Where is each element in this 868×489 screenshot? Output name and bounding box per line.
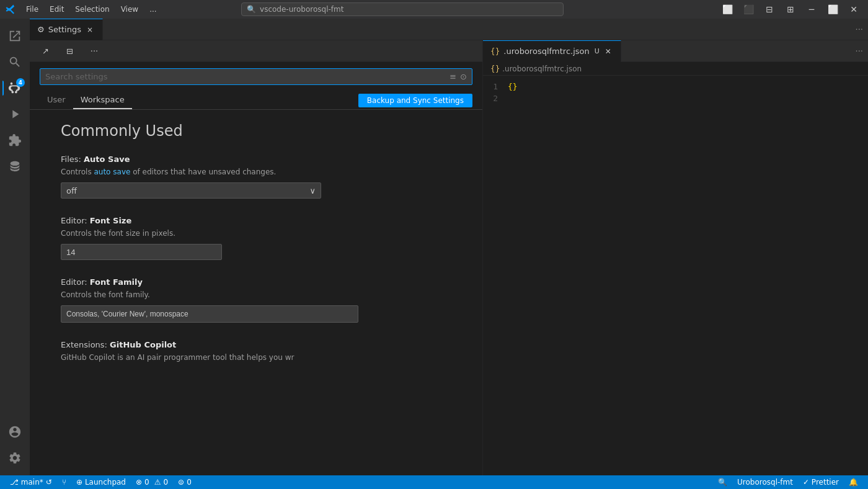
title-bar: File Edit Selection View ... 🔍 vscode-ur… <box>0 0 868 19</box>
breadcrumb-filename: .uroborosqlfmtrc.json <box>502 65 582 73</box>
setting-fontfamily: Editor: Font Family Controls the font fa… <box>61 277 470 323</box>
editor-file-tab-bar: {} .uroborosqlfmtrc.json U ✕ ··· <box>483 40 868 62</box>
activity-account[interactable] <box>2 419 27 444</box>
scope-tabs: User Workspace Backup and Sync Settings <box>30 91 482 110</box>
autosave-link[interactable]: auto save <box>94 168 130 176</box>
warning-icon: ⚠ <box>154 478 161 487</box>
main-container: 4 ⚙ Settings × ··· <box>0 19 868 475</box>
status-bell[interactable]: 🔔 <box>844 475 863 489</box>
json-tab-close[interactable]: ✕ <box>603 47 613 56</box>
activity-explorer[interactable] <box>2 24 27 48</box>
branch-name: main* <box>21 478 43 487</box>
fontsize-input[interactable] <box>61 244 222 260</box>
settings-tab-more[interactable]: ··· <box>84 40 104 62</box>
settings-tab-close[interactable]: × <box>85 25 95 35</box>
launchpad-label: Launchpad <box>85 478 126 487</box>
breadcrumb-icon: {} <box>490 65 500 73</box>
editor-area: ⚙ Settings × ··· ↗ ⊟ ··· <box>30 19 868 475</box>
fontfamily-description: Controls the font family. <box>61 289 470 300</box>
split-editor-icon: ⊟ <box>66 47 73 56</box>
panel-toggle-btn[interactable]: ⬛ <box>739 2 758 16</box>
editor-lines: 1 {} 2 <box>483 81 868 104</box>
error-count: 0 <box>144 478 149 487</box>
activity-bar: 4 <box>0 19 30 475</box>
vscode-logo <box>5 4 16 15</box>
setting-autosave: Files: Auto Save Controls auto save of e… <box>61 155 470 199</box>
line-number-2: 2 <box>483 94 508 103</box>
bell-icon: 🔔 <box>849 478 858 487</box>
sidebar-toggle-btn[interactable]: ⬜ <box>718 2 737 16</box>
menu-edit[interactable]: Edit <box>45 4 69 15</box>
activity-run[interactable] <box>2 102 27 127</box>
editor-tab-more[interactable]: ··· <box>851 47 868 56</box>
editor-content[interactable]: 1 {} 2 <box>483 76 868 475</box>
menu-selection[interactable]: Selection <box>70 4 114 15</box>
line-number-1: 1 <box>483 82 508 91</box>
status-ports[interactable]: ⊜ 0 <box>173 475 197 489</box>
status-launchpad[interactable]: ⊕ Launchpad <box>71 475 131 489</box>
status-formatter[interactable]: ✓ Prettier <box>798 475 844 489</box>
editor-scrollbar[interactable] <box>863 76 868 475</box>
json-file-tab[interactable]: {} .uroborosqlfmtrc.json U ✕ <box>483 40 621 62</box>
tab-more-btn[interactable]: ··· <box>851 25 868 34</box>
menu-more[interactable]: ... <box>144 4 161 15</box>
source-control-badge: 4 <box>16 78 25 87</box>
backup-sync-button[interactable]: Backup and Sync Settings <box>358 94 472 107</box>
activity-source-control[interactable]: 4 <box>2 76 27 101</box>
search-settings-input[interactable] <box>45 69 446 84</box>
copilot-label: Extensions: GitHub Copilot <box>61 340 470 349</box>
line-content-1: {} <box>508 82 518 91</box>
settings-tab-open-settings[interactable]: ↗ <box>36 40 55 62</box>
split-container: ↗ ⊟ ··· ≡ ⊙ <box>30 40 868 475</box>
activity-extensions[interactable] <box>2 128 27 153</box>
zoom-icon: 🔍 <box>718 478 727 487</box>
fork-icon: ⑂ <box>62 478 66 487</box>
menu-file[interactable]: File <box>21 4 43 15</box>
scope-tab-workspace[interactable]: Workspace <box>73 91 132 109</box>
autosave-select[interactable]: off ∨ <box>61 182 321 199</box>
search-input-wrapper[interactable]: ≡ ⊙ <box>40 68 472 85</box>
ports-count: 0 <box>187 478 192 487</box>
title-search-bar[interactable]: 🔍 vscode-uroborosql-fmt <box>241 2 564 16</box>
fontsize-label: Editor: Font Size <box>61 216 470 225</box>
search-filter-icon[interactable]: ≡ <box>450 72 456 81</box>
setting-copilot: Extensions: GitHub Copilot GitHub Copilo… <box>61 340 470 363</box>
fontsize-description: Controls the font size in pixels. <box>61 228 470 239</box>
menu-bar: File Edit Selection View ... <box>21 4 162 15</box>
ports-icon: ⊜ <box>178 478 184 487</box>
fontfamily-input[interactable] <box>61 305 358 323</box>
search-settings-icon[interactable]: ⊙ <box>460 72 467 81</box>
error-icon: ⊗ <box>136 478 142 487</box>
sync-icon: ↺ <box>46 478 52 487</box>
warning-count: 0 <box>163 478 168 487</box>
status-errors[interactable]: ⊗ 0 ⚠ 0 <box>131 475 173 489</box>
window-controls: ⬜ ⬛ ⊟ ⊞ ─ ⬜ ✕ <box>718 2 863 16</box>
autosave-description: Controls auto save of editors that have … <box>61 166 470 177</box>
status-branch[interactable]: ⎇ main* ↺ <box>5 475 57 489</box>
restore-btn[interactable]: ⬜ <box>823 2 842 16</box>
settings-tab[interactable]: ⚙ Settings × <box>30 19 103 40</box>
layout-btn[interactable]: ⊟ <box>760 2 779 16</box>
close-btn[interactable]: ✕ <box>844 2 863 16</box>
scope-tab-user[interactable]: User <box>40 91 73 109</box>
menu-view[interactable]: View <box>116 4 143 15</box>
settings-tab-label: Settings <box>48 25 81 34</box>
copilot-description: GitHub Copilot is an AI pair programmer … <box>61 352 470 363</box>
status-fork[interactable]: ⑂ <box>57 475 71 489</box>
settings-tab-icon: ⚙ <box>37 25 45 34</box>
activity-search[interactable] <box>2 50 27 74</box>
settings-panel: ↗ ⊟ ··· ≡ ⊙ <box>30 40 482 475</box>
json-filename: .uroborosqlfmtrc.json <box>503 47 590 56</box>
activity-settings[interactable] <box>2 446 27 470</box>
status-bar: ⎇ main* ↺ ⑂ ⊕ Launchpad ⊗ 0 ⚠ 0 ⊜ 0 🔍 Ur… <box>0 475 868 489</box>
minimize-btn[interactable]: ─ <box>802 2 821 16</box>
settings-more-icon: ··· <box>91 47 98 56</box>
activity-database[interactable] <box>2 154 27 179</box>
settings-tab-split-editor[interactable]: ⊟ <box>60 40 79 62</box>
status-language[interactable]: Uroborosql-fmt <box>732 475 798 489</box>
file-unsaved-indicator: U <box>595 47 600 55</box>
launchpad-icon: ⊕ <box>76 478 82 487</box>
autosave-label: Files: Auto Save <box>61 155 470 164</box>
status-zoom[interactable]: 🔍 <box>713 475 732 489</box>
grid-btn[interactable]: ⊞ <box>781 2 800 16</box>
